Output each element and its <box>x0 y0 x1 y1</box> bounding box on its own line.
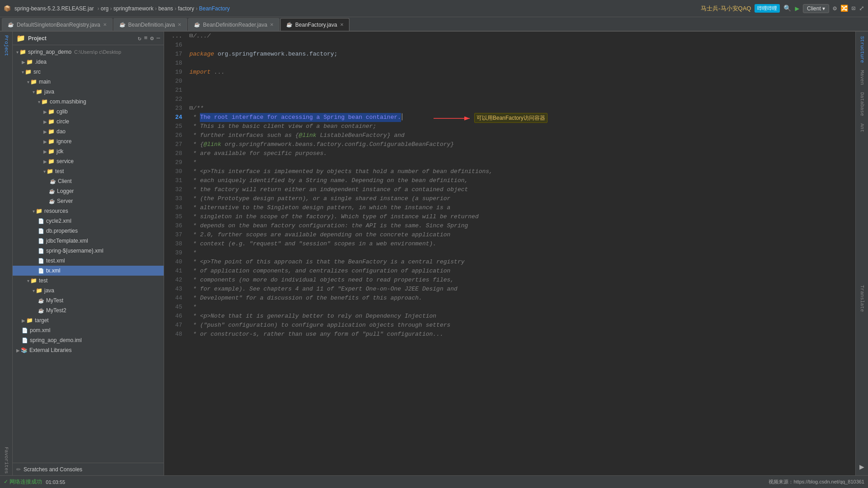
tree-item-server[interactable]: ☕ Server <box>13 196 164 206</box>
tree-item-mytest[interactable]: ☕ MyTest <box>13 296 164 305</box>
code-line-34: * alternative to the Singleton design pa… <box>189 203 852 212</box>
code-line-27: * {@link org.springframework.beans.facto… <box>189 140 852 149</box>
code-line-37: * 2.0, further scopes are available depe… <box>189 230 852 239</box>
java-icon: ☕ <box>119 22 126 28</box>
settings-icon[interactable]: ⚙ <box>833 5 836 12</box>
code-line-40: * <p>The point of this approach is that … <box>189 258 852 267</box>
tree-item-mytest2[interactable]: ☕ MyTest2 <box>13 305 164 315</box>
code-line-31: * each uniquely identified by a String n… <box>189 176 852 185</box>
tree-item-test-pkg[interactable]: ▾ 📁 test <box>13 166 164 176</box>
tree-item-logger[interactable]: ☕ Logger <box>13 186 164 196</box>
search-icon[interactable]: 🔍 <box>783 5 791 12</box>
right-sidebar: Structure Maven Database Ant Translate ▶ <box>855 32 868 475</box>
terminal-icon[interactable]: ⊡ <box>852 5 855 12</box>
sidebar-header: 📁 Project ↻ ≡ ⚙ ─ <box>13 32 164 45</box>
top-bar: 📦 spring-beans-5.2.3.RELEASE.jar › org ›… <box>0 0 868 17</box>
code-area[interactable]: ⊟/.../ package org.springframework.beans… <box>186 32 855 475</box>
tree-item-root[interactable]: ▾ 📁 spring_aop_demo C:\Users\p c\Desktop <box>13 47 164 57</box>
play-button[interactable]: ▶ <box>859 462 864 472</box>
tab-bar: ☕ DefaultSingletonBeanRegistry.java ✕ ☕ … <box>0 17 868 32</box>
watermark: 马士兵-马小安QAQ <box>701 5 751 13</box>
structure-panel[interactable]: Structure <box>859 33 866 66</box>
jar-icon: 📦 <box>4 5 11 12</box>
line-numbers: ... 16 17 18 19 20 21 22 23 24 25 26 27 … <box>164 32 186 475</box>
tree-item-resources[interactable]: ▾ 📁 resources <box>13 206 164 216</box>
code-line-39: * <box>189 249 852 258</box>
translate-panel[interactable]: Translate <box>859 282 866 314</box>
tree-item-client[interactable]: ☕ Client <box>13 176 164 186</box>
file-tree: ▾ 📁 spring_aop_demo C:\Users\p c\Desktop… <box>13 45 164 463</box>
tree-item-db-properties[interactable]: 📄 db.properties <box>13 226 164 236</box>
ant-panel[interactable]: Ant <box>859 121 866 135</box>
scratches-label: Scratches and Consoles <box>24 466 82 473</box>
tree-item-target[interactable]: ▶ 📁 target <box>13 315 164 325</box>
tree-item-com-mashibing[interactable]: ▾ 📁 com.mashibing <box>13 97 164 107</box>
favorites-tab[interactable]: Favorites <box>3 445 10 475</box>
tree-item-spring-username[interactable]: 📄 spring-${username}.xml <box>13 246 164 256</box>
tree-item-cglib[interactable]: ▶ 📁 cglib <box>13 107 164 117</box>
gear-icon[interactable]: ⚙ <box>150 35 154 42</box>
sync-icon[interactable]: ↻ <box>138 35 142 42</box>
tree-item-java-main[interactable]: ▾ 📁 java <box>13 87 164 97</box>
network-status: ✓ 网络连接成功 <box>4 478 42 486</box>
tree-item-src[interactable]: ▾ 📁 src <box>13 67 164 77</box>
tree-item-iml[interactable]: 📄 spring_aop_demo.iml <box>13 335 164 345</box>
code-line-29: * <box>189 158 852 167</box>
tree-item-test-xml[interactable]: 📄 test.xml <box>13 256 164 266</box>
collapse-icon[interactable]: ≡ <box>144 35 148 42</box>
sidebar-title: Project <box>28 35 47 42</box>
client-dropdown[interactable]: Client ▾ <box>803 4 829 13</box>
maximize-icon[interactable]: ⤢ <box>859 5 864 12</box>
jar-label: spring-beans-5.2.3.RELEASE.jar <box>14 5 94 12</box>
tree-item-jdk[interactable]: ▶ 📁 jdk <box>13 146 164 156</box>
tree-item-external-libs[interactable]: ▶ 📚 External Libraries <box>13 345 164 355</box>
tree-item-idea[interactable]: ▶ 📁 .idea <box>13 57 164 67</box>
code-line-33: * (the Prototype design pattern), or a s… <box>189 194 852 203</box>
code-line-44: * Development" for a discussion of the b… <box>189 294 852 303</box>
close-tab-icon[interactable]: ✕ <box>270 22 274 27</box>
java-icon: ☕ <box>286 22 292 28</box>
annotation-label: 可以用BeanFactory访问容器 <box>474 113 547 123</box>
tree-item-jdbc[interactable]: 📄 jdbcTemplate.xml <box>13 236 164 246</box>
tree-item-circle[interactable]: ▶ 📁 circle <box>13 117 164 127</box>
top-bar-right: 马士兵-马小安QAQ 哔哩哔哩 🔍 ▶ Client ▾ ⚙ 🔀 ⊡ ⤢ <box>701 4 864 13</box>
editor-content: ... 16 17 18 19 20 21 22 23 24 25 26 27 … <box>164 32 855 475</box>
git-icon[interactable]: 🔀 <box>840 5 848 12</box>
database-panel[interactable]: Database <box>859 89 866 119</box>
project-tab[interactable]: Project <box>3 33 10 58</box>
scratches-consoles[interactable]: ✏ Scratches and Consoles <box>13 463 164 475</box>
bilibili-badge: 哔哩哔哩 <box>755 4 780 13</box>
tree-item-ignore[interactable]: ▶ 📁 ignore <box>13 136 164 146</box>
tree-item-main[interactable]: ▾ 📁 main <box>13 77 164 87</box>
run-button[interactable]: ▶ <box>795 4 799 13</box>
code-line-22 <box>189 95 852 104</box>
maven-panel[interactable]: Maven <box>859 67 866 88</box>
tab-defaultsingleton[interactable]: ☕ DefaultSingletonBeanRegistry.java ✕ <box>2 18 113 31</box>
code-line-24: * The root interface for accessing a Spr… <box>189 113 852 122</box>
code-line-18 <box>189 59 852 68</box>
minimize-icon[interactable]: ─ <box>156 35 160 42</box>
code-line-19: import ... <box>189 68 852 77</box>
tab-beandefinition[interactable]: ☕ BeanDefinition.java ✕ <box>113 18 187 31</box>
close-tab-icon[interactable]: ✕ <box>178 22 181 27</box>
tab-beanfactory[interactable]: ☕ BeanFactory.java ✕ <box>280 18 349 31</box>
close-tab-icon[interactable]: ✕ <box>340 22 344 27</box>
code-line-46: * <p>Note that it is generally better to… <box>189 312 852 321</box>
tree-item-service[interactable]: ▶ 📁 service <box>13 156 164 166</box>
tree-item-tx-xml[interactable]: 📄 tx.xml <box>13 266 164 276</box>
editor-area: ... 16 17 18 19 20 21 22 23 24 25 26 27 … <box>164 32 855 475</box>
close-tab-icon[interactable]: ✕ <box>103 22 107 27</box>
code-line-48: * or constructor-s, rather than use any … <box>189 330 852 339</box>
tree-item-pom[interactable]: 📄 pom.xml <box>13 325 164 335</box>
tree-item-dao[interactable]: ▶ 📁 dao <box>13 127 164 136</box>
code-line-38: * context (e.g. "request" and "session" … <box>189 239 852 249</box>
code-line-32: * the factory will return either an inde… <box>189 185 852 194</box>
code-line-42: * components (no more do individual obje… <box>189 276 852 285</box>
tree-item-test-dir[interactable]: ▾ 📁 test <box>13 276 164 286</box>
code-line-20 <box>189 77 852 86</box>
tree-item-java-test[interactable]: ▾ 📁 java <box>13 286 164 296</box>
main-content: Project Favorites 📁 Project ↻ ≡ ⚙ ─ ▾ 📁 … <box>0 32 868 475</box>
tab-beandefinitionreader[interactable]: ☕ BeanDefinitionReader.java ✕ <box>188 18 279 31</box>
tree-item-cycle2[interactable]: 📄 cycle2.xml <box>13 216 164 226</box>
code-line-16 <box>189 41 852 50</box>
